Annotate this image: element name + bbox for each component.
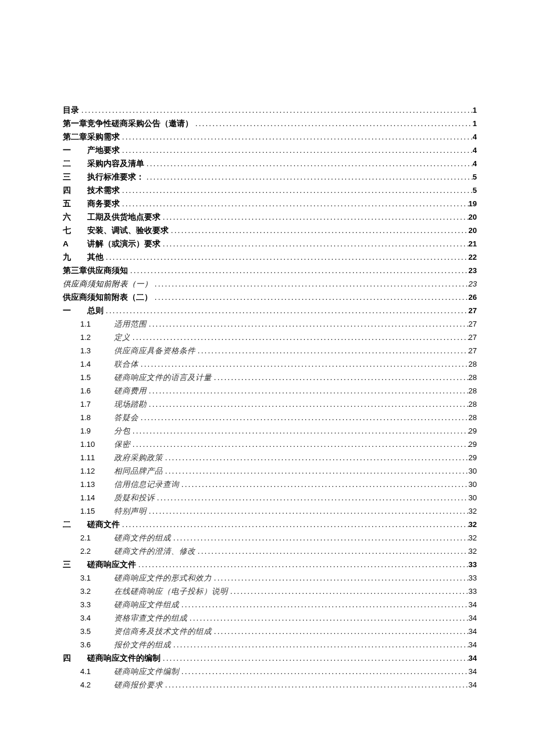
toc-page-number: 33 — [469, 571, 477, 585]
toc-leader-dots — [120, 130, 473, 144]
toc-leader-dots — [171, 638, 469, 651]
toc-title: 磋商响应文件的编制 — [87, 651, 160, 665]
toc-title: 总则 — [87, 304, 104, 317]
toc-leader-dots — [138, 411, 469, 424]
toc-page-number: 30 — [469, 491, 477, 504]
toc-page-number: 20 — [469, 210, 477, 224]
toc-leader-dots — [155, 491, 469, 504]
toc-subsection-number: 1.10 — [80, 438, 114, 451]
toc-page-number: 32 — [469, 544, 477, 558]
toc-subsection-number: 4.1 — [80, 665, 114, 678]
toc-entry: 一产地要求 4 — [63, 144, 477, 157]
toc-title: 资信商务及技术文件的组成 — [114, 625, 212, 638]
toc-entry: 3.3磋商响应文件组成34 — [63, 598, 477, 611]
toc-leader-dots — [212, 571, 469, 585]
toc-page-number: 26 — [469, 291, 477, 304]
toc-entry: 七安装、调试、验收要求 20 — [63, 224, 477, 237]
toc-entry: 1.11政府采购政策29 — [63, 451, 477, 464]
toc-subsection-number: 3.4 — [80, 611, 114, 625]
toc-entry: 3.4资格审查文件的组成34 — [63, 611, 477, 625]
toc-leader-dots — [179, 598, 469, 611]
toc-leader-dots — [171, 531, 469, 544]
toc-title: 联合体 — [114, 357, 138, 371]
toc-title: 供应商须知前附表（二） — [63, 291, 152, 304]
toc-title: 相同品牌产品 — [114, 464, 163, 478]
toc-leader-dots — [130, 424, 469, 438]
toc-section-number: 一 — [63, 304, 87, 317]
toc-title: 特别声明 — [114, 504, 147, 518]
toc-leader-dots — [144, 170, 473, 184]
toc-subsection-number: 1.5 — [80, 371, 114, 384]
toc-page-number: 34 — [469, 638, 477, 651]
toc-title: 磋商文件 — [87, 518, 120, 531]
toc-subsection-number: 3.6 — [80, 638, 114, 651]
toc-title: 第一章竞争性磋商采购公告（邀请） — [63, 117, 193, 130]
toc-title: 供应商须知前附表（一） — [63, 277, 152, 291]
toc-page-number: 34 — [469, 678, 477, 691]
toc-leader-dots — [104, 250, 469, 264]
toc-subsection-number: 1.11 — [80, 451, 114, 464]
toc-title: 信用信息记录查询 — [114, 478, 179, 491]
toc-title: 磋商费用 — [114, 384, 147, 397]
toc-entry: 九其他 22 — [63, 250, 477, 264]
toc-leader-dots — [160, 237, 469, 250]
toc-leader-dots — [120, 197, 469, 210]
toc-entry: 3.6报价文件的组成34 — [63, 638, 477, 651]
toc-entry: 1.1适用范围27 — [63, 317, 477, 331]
toc-title: 磋商报价要求 — [114, 678, 163, 691]
toc-page-number: 29 — [469, 438, 477, 451]
toc-leader-dots — [79, 103, 473, 117]
toc-page-number: 23 — [469, 264, 477, 277]
toc-page-number: 32 — [469, 531, 477, 544]
toc-page-number: 28 — [469, 397, 477, 411]
toc-entry: 1.10保密29 — [63, 438, 477, 451]
toc-leader-dots — [163, 678, 469, 691]
toc-entry: 4.1磋商响应文件编制34 — [63, 665, 477, 678]
toc-title: 资格审查文件的组成 — [114, 611, 187, 625]
toc-page-number: 32 — [469, 518, 477, 531]
toc-title: 第三章供应商须知 — [63, 264, 128, 277]
toc-page-number: 1 — [473, 103, 477, 117]
toc-entry: 四磋商响应文件的编制 34 — [63, 651, 477, 665]
toc-leader-dots — [147, 317, 469, 331]
toc-entry: 1.5磋商响应文件的语言及计量28 — [63, 371, 477, 384]
toc-section-number: 四 — [63, 651, 87, 665]
toc-leader-dots — [120, 144, 473, 157]
toc-page-number: 27 — [469, 344, 477, 357]
toc-leader-dots — [187, 611, 469, 625]
toc-entry: A讲解（或演示）要求 21 — [63, 237, 477, 250]
toc-page-number: 22 — [469, 250, 477, 264]
toc-entry: 三执行标准要求： 5 — [63, 170, 477, 184]
toc-subsection-number: 1.1 — [80, 317, 114, 331]
toc-entry: 3.5资信商务及技术文件的组成34 — [63, 625, 477, 638]
toc-page-number: 29 — [469, 451, 477, 464]
toc-entry: 1.15特别声明32 — [63, 504, 477, 518]
toc-leader-dots — [212, 625, 469, 638]
toc-section-number: 二 — [63, 157, 87, 170]
toc-title: 磋商响应文件编制 — [114, 665, 179, 678]
table-of-contents: 目录1第一章竞争性磋商采购公告（邀请）1第二章采购需求4一产地要求 4二采购内容… — [63, 103, 477, 691]
toc-entry: 供应商须知前附表（二）26 — [63, 291, 477, 304]
toc-page-number: 21 — [469, 237, 477, 250]
toc-subsection-number: 1.15 — [80, 504, 114, 518]
toc-entry: 1.14质疑和投诉30 — [63, 491, 477, 504]
toc-leader-dots — [212, 371, 469, 384]
toc-entry: 1.12相同品牌产品30 — [63, 464, 477, 478]
toc-page-number: 4 — [473, 157, 477, 170]
toc-title: 供应商应具备资格条件 — [114, 344, 195, 357]
toc-entry: 六工期及供货地点要求 20 — [63, 210, 477, 224]
toc-entry: 二磋商文件 32 — [63, 518, 477, 531]
toc-entry: 1.13信用信息记录查询30 — [63, 478, 477, 491]
toc-title: 安装、调试、验收要求 — [87, 224, 169, 237]
toc-entry: 3.2在线磋商响应（电子投标）说明33 — [63, 585, 477, 598]
toc-page-number: 28 — [469, 384, 477, 397]
toc-leader-dots — [195, 544, 469, 558]
toc-leader-dots — [130, 438, 469, 451]
toc-page-number: 28 — [469, 411, 477, 424]
toc-page-number: 23 — [469, 277, 477, 291]
toc-leader-dots — [152, 291, 469, 304]
toc-leader-dots — [160, 651, 469, 665]
toc-leader-dots — [169, 224, 469, 237]
toc-leader-dots — [152, 277, 469, 291]
toc-entry: 1.2定义27 — [63, 331, 477, 344]
